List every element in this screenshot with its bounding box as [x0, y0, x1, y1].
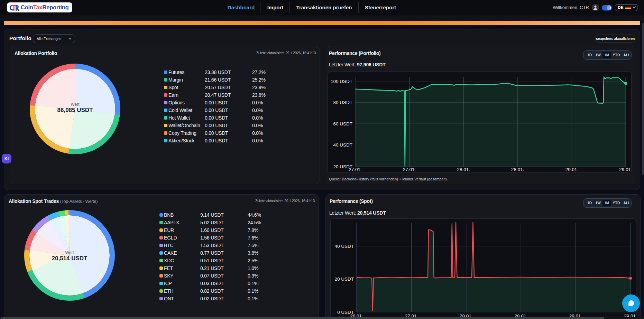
svg-text:20 USDT: 20 USDT — [334, 276, 354, 282]
svg-text:80 USDT: 80 USDT — [333, 100, 352, 105]
svg-text:29.01.: 29.01. — [619, 167, 632, 172]
svg-text:28.01.: 28.01. — [511, 167, 524, 172]
svg-text:28.01.: 28.01. — [457, 167, 470, 172]
svg-text:100 USDT: 100 USDT — [331, 79, 352, 84]
svg-text:29.01.: 29.01. — [565, 167, 579, 172]
svg-text:27.01.: 27.01. — [349, 167, 362, 172]
svg-text:40 USDT: 40 USDT — [333, 142, 352, 148]
svg-text:60 USDT: 60 USDT — [333, 121, 352, 126]
svg-text:40 USDT: 40 USDT — [334, 244, 354, 249]
svg-text:27.01.: 27.01. — [403, 167, 416, 172]
